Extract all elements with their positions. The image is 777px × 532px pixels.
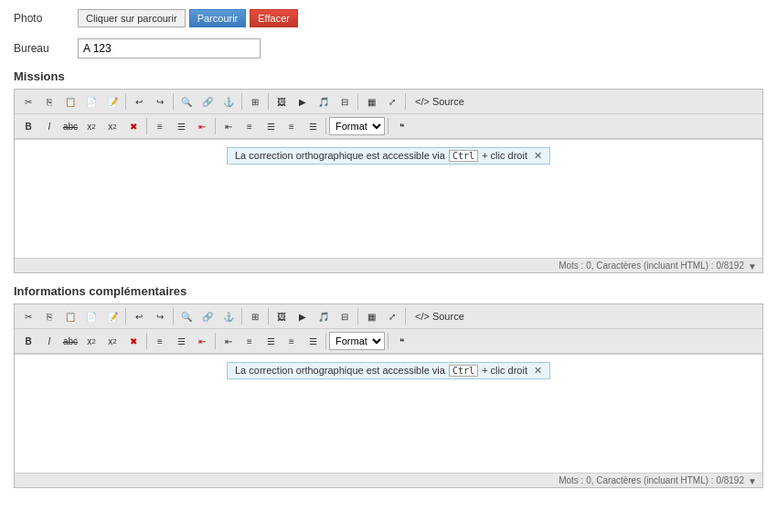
link-button[interactable]: 🔗 <box>197 92 218 111</box>
clear-button[interactable]: Effacer <box>250 9 298 27</box>
justifyfull-button[interactable]: ☰ <box>303 117 323 135</box>
infos-find-button[interactable]: 🔍 <box>176 307 197 325</box>
infos-orderedlist-button[interactable]: ≡ <box>150 332 170 350</box>
infos-subscript-button[interactable]: x2 <box>81 332 101 350</box>
infos-unorderedlist-button[interactable]: ☰ <box>171 332 191 350</box>
ctrl-key: Ctrl <box>449 150 478 162</box>
infos-link-button[interactable]: 🔗 <box>197 307 218 325</box>
media-button[interactable]: 🎵 <box>314 92 334 111</box>
infos-removeformat-button[interactable]: ✖ <box>123 332 144 350</box>
infos-showblocks-button[interactable]: ▦ <box>361 307 381 325</box>
infos-editor: ✂ ⎘ 📋 📄 📝 ↩ ↪ 🔍 🔗 ⚓ ⊞ 🖼 ▶ 🎵 ⊟ ▦ ⤢ </> <box>14 303 763 488</box>
infos-table-button[interactable]: ⊞ <box>245 307 265 325</box>
infos-maximize-button[interactable]: ⤢ <box>382 307 402 325</box>
bold-button[interactable]: B <box>18 117 38 135</box>
infos-justifyright-button[interactable]: ≡ <box>282 332 302 350</box>
table-button[interactable]: ⊞ <box>245 92 265 111</box>
showblocks-button[interactable]: ▦ <box>361 92 381 111</box>
bureau-row: Bureau <box>14 38 763 59</box>
cut-button[interactable]: ✂ <box>18 92 38 111</box>
pagebreak-button[interactable]: ⊟ <box>335 92 355 111</box>
sep7 <box>146 118 147 134</box>
source-button[interactable]: </> Source <box>409 92 471 111</box>
paste-text-button[interactable]: 📄 <box>81 92 101 111</box>
infos-source-button[interactable]: </> Source <box>409 307 471 325</box>
infos-strikethrough-button[interactable]: abc <box>60 332 80 350</box>
infos-sep5 <box>357 308 358 325</box>
format-select[interactable]: Format <box>329 117 385 135</box>
infos-justifyleft-button[interactable]: ≡ <box>239 332 260 350</box>
infos-italic-button[interactable]: I <box>39 332 59 350</box>
missions-footer: Mots : 0, Caractères (incluant HTML) : 0… <box>15 258 762 272</box>
infos-flash-button[interactable]: ▶ <box>293 307 313 325</box>
missions-title: Missions <box>14 69 763 83</box>
bureau-label: Bureau <box>14 42 78 55</box>
sep9 <box>325 118 326 134</box>
blockquote-button[interactable]: ❝ <box>391 117 411 135</box>
bureau-input[interactable] <box>78 38 261 59</box>
infos-outdent-button[interactable]: ⇤ <box>192 332 212 350</box>
unorderedlist-button[interactable]: ☰ <box>171 117 191 135</box>
anchor-button[interactable]: ⚓ <box>218 92 239 111</box>
infos-bold-button[interactable]: B <box>18 332 38 350</box>
infos-superscript-button[interactable]: x2 <box>102 332 122 350</box>
undo-button[interactable]: ↩ <box>129 92 149 111</box>
strikethrough-button[interactable]: abc <box>60 117 80 135</box>
infos-copy-button[interactable]: ⎘ <box>39 307 59 325</box>
justifycenter-button[interactable]: ☰ <box>261 117 281 135</box>
redo-button[interactable]: ↪ <box>150 92 170 111</box>
sep5 <box>357 93 358 110</box>
infos-cut-button[interactable]: ✂ <box>18 307 38 325</box>
infos-sep6 <box>405 308 406 325</box>
outdent2-button[interactable]: ⇤ <box>218 117 239 135</box>
orderedlist-button[interactable]: ≡ <box>150 117 170 135</box>
italic-button[interactable]: I <box>39 117 59 135</box>
source-icon: </> <box>415 96 430 107</box>
missions-footer-text: Mots : 0, Caractères (incluant HTML) : 0… <box>559 261 744 271</box>
infos-undo-button[interactable]: ↩ <box>129 307 149 325</box>
missions-editor-area[interactable]: La correction orthographique est accessi… <box>15 139 762 258</box>
infos-blockquote-button[interactable]: ❝ <box>391 332 411 350</box>
infos-editor-area[interactable]: La correction orthographique est accessi… <box>15 354 762 473</box>
infos-sep1 <box>125 308 126 325</box>
infos-justifycenter-button[interactable]: ☰ <box>261 332 281 350</box>
infos-outdent2-button[interactable]: ⇤ <box>218 332 239 350</box>
infos-source-label: Source <box>432 311 464 322</box>
infos-justifyfull-button[interactable]: ☰ <box>303 332 323 350</box>
find-button[interactable]: 🔍 <box>176 92 197 111</box>
missions-resize-handle[interactable]: ▼ <box>748 261 757 271</box>
infos-redo-button[interactable]: ↪ <box>150 307 170 325</box>
browse-button[interactable]: Parcourir <box>189 9 247 27</box>
infos-resize-handle[interactable]: ▼ <box>748 476 757 485</box>
paste-button[interactable]: 📋 <box>60 92 80 111</box>
sep1 <box>125 93 126 110</box>
missions-section: Missions ✂ ⎘ 📋 📄 📝 ↩ ↪ 🔍 🔗 ⚓ ⊞ 🖼 ▶ 🎵 ⊟ ▦… <box>14 69 763 273</box>
missions-spell-tooltip: La correction orthographique est accessi… <box>227 147 550 165</box>
missions-editor: ✂ ⎘ 📋 📄 📝 ↩ ↪ 🔍 🔗 ⚓ ⊞ 🖼 ▶ 🎵 ⊟ ▦ ⤢ </> <box>14 89 763 273</box>
maximize-button[interactable]: ⤢ <box>382 92 402 111</box>
flash-button[interactable]: ▶ <box>293 92 313 111</box>
justifyleft-button[interactable]: ≡ <box>239 117 260 135</box>
infos-sep7 <box>146 333 147 349</box>
justifyright-button[interactable]: ≡ <box>282 117 302 135</box>
copy-button[interactable]: ⎘ <box>39 92 59 111</box>
missions-toolbar-2: B I abc x2 x2 ✖ ≡ ☰ ⇤ ⇤ ≡ ☰ ≡ ☰ Format ❝ <box>15 114 762 139</box>
spell-close-icon[interactable]: ✕ <box>534 150 542 161</box>
removeformat-button[interactable]: ✖ <box>123 117 144 135</box>
browse-text-button[interactable]: Cliquer sur parcourir <box>78 9 186 27</box>
infos-format-select[interactable]: Format <box>329 332 385 350</box>
subscript-button[interactable]: x2 <box>81 117 101 135</box>
infos-image-button[interactable]: 🖼 <box>271 307 292 325</box>
infos-anchor-button[interactable]: ⚓ <box>218 307 239 325</box>
infos-paste-button[interactable]: 📋 <box>60 307 80 325</box>
infos-spell-close-icon[interactable]: ✕ <box>534 365 542 376</box>
infos-pagebreak-button[interactable]: ⊟ <box>335 307 355 325</box>
infos-paste-word-button[interactable]: 📝 <box>102 307 122 325</box>
infos-media-button[interactable]: 🎵 <box>314 307 334 325</box>
outdent-button[interactable]: ⇤ <box>192 117 212 135</box>
infos-sep3 <box>241 308 242 325</box>
superscript-button[interactable]: x2 <box>102 117 122 135</box>
infos-paste-text-button[interactable]: 📄 <box>81 307 101 325</box>
paste-word-button[interactable]: 📝 <box>102 92 122 111</box>
image-button[interactable]: 🖼 <box>271 92 292 111</box>
